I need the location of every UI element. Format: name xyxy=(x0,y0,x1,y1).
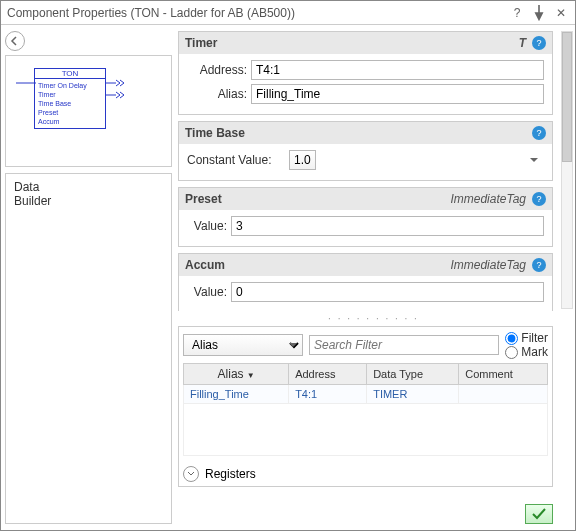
col-address[interactable]: Address xyxy=(289,364,367,385)
accum-value-input[interactable] xyxy=(231,282,544,302)
grid-filter-select[interactable]: Alias xyxy=(183,334,303,356)
splitter[interactable]: · · · · · · · · · · xyxy=(178,313,569,324)
scrollbar[interactable] xyxy=(561,31,573,309)
alias-table: Alias ▼ Address Data Type Comment Fillin… xyxy=(183,363,548,456)
preview-line: Accum xyxy=(38,117,102,126)
col-comment[interactable]: Comment xyxy=(459,364,548,385)
help-icon[interactable]: ? xyxy=(532,126,546,140)
filter-radio[interactable]: Filter xyxy=(505,331,548,345)
preset-value-input[interactable] xyxy=(231,216,544,236)
alias-input[interactable] xyxy=(251,84,544,104)
help-icon[interactable]: ? xyxy=(532,36,546,50)
alias-label: Alias: xyxy=(187,87,247,101)
help-icon[interactable]: ? xyxy=(532,258,546,272)
tree-item-builder[interactable]: Builder xyxy=(14,194,163,208)
preview-line: Timer xyxy=(38,90,102,99)
section-title-preset: Preset xyxy=(185,192,450,206)
apply-button[interactable] xyxy=(525,504,553,524)
search-input[interactable] xyxy=(309,335,499,355)
close-button[interactable]: ✕ xyxy=(553,5,569,21)
registers-label: Registers xyxy=(205,467,256,481)
preset-tag: ImmediateTag xyxy=(450,192,526,206)
help-button[interactable]: ? xyxy=(509,5,525,21)
address-label: Address: xyxy=(187,63,247,77)
timer-symbol: T xyxy=(519,36,526,50)
accum-tag: ImmediateTag xyxy=(450,258,526,272)
component-preview: TON Timer On Delay Timer Time Base Prese… xyxy=(5,55,172,167)
preview-line: Preset xyxy=(38,108,102,117)
col-datatype[interactable]: Data Type xyxy=(367,364,459,385)
registers-expander[interactable]: Registers xyxy=(183,466,548,482)
col-alias[interactable]: Alias ▼ xyxy=(184,364,289,385)
chevron-down-icon xyxy=(183,466,199,482)
back-button[interactable] xyxy=(5,31,25,51)
preset-value-label: Value: xyxy=(187,219,227,233)
mark-radio[interactable]: Mark xyxy=(505,345,548,359)
preview-header: TON xyxy=(34,68,106,79)
section-title-timebase: Time Base xyxy=(185,126,532,140)
help-icon[interactable]: ? xyxy=(532,192,546,206)
window-title: Component Properties (TON - Ladder for A… xyxy=(7,6,503,20)
constant-value-label: Constant Value: xyxy=(187,153,285,167)
section-title-timer: Timer xyxy=(185,36,519,50)
preview-line: Timer On Delay xyxy=(38,81,102,90)
table-row[interactable]: Filling_Time T4:1 TIMER xyxy=(184,385,548,404)
address-input[interactable] xyxy=(251,60,544,80)
preview-line: Time Base xyxy=(38,99,102,108)
tree-panel: Data Builder xyxy=(5,173,172,524)
pin-button[interactable] xyxy=(531,5,547,21)
constant-value-select[interactable]: 1.0 xyxy=(289,150,316,170)
accum-value-label: Value: xyxy=(187,285,227,299)
section-title-accum: Accum xyxy=(185,258,450,272)
tree-item-data[interactable]: Data xyxy=(14,180,163,194)
